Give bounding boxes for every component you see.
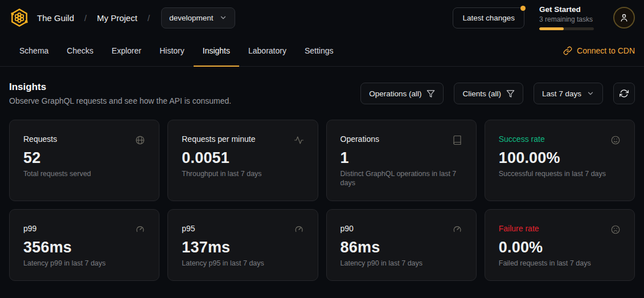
- stat-card-operations: Operations 1 Distinct GraphQL operations…: [326, 120, 477, 201]
- guild-hive-logo-icon[interactable]: [9, 7, 30, 28]
- operations-filter-label: Operations (all): [369, 89, 421, 98]
- frown-icon: [610, 224, 621, 235]
- card-value: 0.00%: [499, 239, 621, 256]
- get-started-progress-bar: [539, 27, 594, 30]
- card-subtitle: Latency p99 in last 7 days: [23, 259, 145, 268]
- tab-schema[interactable]: Schema: [10, 35, 58, 66]
- page-title: Insights: [9, 81, 231, 93]
- breadcrumb-separator: /: [147, 13, 150, 23]
- gauge-icon: [135, 224, 145, 235]
- smile-icon: [610, 135, 621, 145]
- card-title: p90: [341, 224, 354, 233]
- page-subtitle: Observe GraphQL requests and see how the…: [9, 96, 231, 105]
- environment-selector[interactable]: development: [161, 7, 235, 28]
- card-subtitle: Throughput in last 7 days: [182, 169, 303, 178]
- get-started-title: Get Started: [539, 5, 598, 14]
- card-subtitle: Total requests served: [23, 169, 145, 178]
- refresh-icon: [620, 89, 629, 98]
- refresh-button[interactable]: [613, 83, 635, 104]
- card-value: 86ms: [341, 239, 462, 256]
- stat-card-p99: p99 356ms Latency p99 in last 7 days: [9, 209, 159, 281]
- breadcrumb: The Guild / My Project /: [37, 13, 150, 23]
- insights-section: Insights Observe GraphQL requests and se…: [0, 67, 644, 281]
- stat-card-failure-rate: Failure rate 0.00% Failed requests in la…: [485, 209, 635, 281]
- connect-to-cdn-label: Connect to CDN: [577, 46, 635, 55]
- stat-card-requests: Requests 52 Total requests served: [9, 120, 159, 201]
- card-value: 52: [23, 149, 145, 167]
- card-value: 100.00%: [499, 149, 621, 167]
- get-started-progress-fill: [539, 27, 564, 30]
- clients-filter-button[interactable]: Clients (all): [454, 83, 523, 104]
- stat-card-p95: p95 137ms Latency p95 in last 7 days: [167, 209, 318, 281]
- gauge-icon: [294, 224, 304, 235]
- tab-insights[interactable]: Insights: [194, 35, 239, 66]
- stat-card-success-rate: Success rate 100.00% Successful requests…: [485, 120, 635, 201]
- chevron-down-icon: [219, 14, 227, 22]
- breadcrumb-project[interactable]: My Project: [97, 13, 137, 23]
- stats-card-grid: Requests 52 Total requests served Reques…: [9, 120, 635, 281]
- date-range-value: Last 7 days: [542, 89, 581, 98]
- tab-checks[interactable]: Checks: [58, 35, 102, 66]
- tab-settings[interactable]: Settings: [296, 35, 343, 66]
- card-title: Success rate: [499, 134, 545, 144]
- date-range-selector[interactable]: Last 7 days: [534, 83, 603, 104]
- card-title: Operations: [341, 134, 379, 144]
- card-subtitle: Latency p95 in last 7 days: [182, 259, 303, 268]
- stat-card-p90: p90 86ms Latency p90 in last 7 days: [326, 209, 477, 281]
- card-subtitle: Failed requests in last 7 days: [499, 259, 621, 268]
- activity-icon: [294, 135, 304, 145]
- card-value: 356ms: [23, 239, 145, 256]
- insights-heading-block: Insights Observe GraphQL requests and se…: [9, 81, 231, 105]
- user-icon: [619, 13, 629, 23]
- card-subtitle: Latency p90 in last 7 days: [341, 259, 462, 268]
- breadcrumb-org[interactable]: The Guild: [37, 13, 74, 23]
- card-title: Failure rate: [499, 224, 539, 233]
- environment-selector-value: development: [169, 14, 213, 22]
- card-value: 0.0051: [182, 149, 303, 167]
- filter-funnel-icon: [506, 89, 515, 98]
- card-subtitle: Successful requests in last 7 days: [499, 169, 621, 178]
- chevron-down-icon: [586, 89, 594, 97]
- breadcrumb-separator: /: [84, 13, 87, 23]
- stat-card-requests-per-minute: Requests per minute 0.0051 Throughput in…: [167, 120, 318, 201]
- gauge-icon: [452, 224, 462, 235]
- clients-filter-label: Clients (all): [462, 89, 501, 98]
- tab-laboratory[interactable]: Laboratory: [239, 35, 296, 66]
- card-value: 137ms: [182, 239, 303, 256]
- book-icon: [452, 135, 462, 145]
- get-started-remaining-tasks: 3 remaining tasks: [539, 15, 598, 23]
- card-title: Requests per minute: [182, 134, 255, 144]
- filters-toolbar: Operations (all) Clients (all) Last 7 da…: [360, 83, 635, 104]
- operations-filter-button[interactable]: Operations (all): [360, 83, 444, 104]
- latest-changes-button[interactable]: Latest changes: [453, 7, 524, 28]
- card-title: Requests: [23, 134, 57, 144]
- tab-history[interactable]: History: [150, 35, 194, 66]
- user-avatar[interactable]: [613, 7, 635, 28]
- card-title: p99: [23, 224, 36, 233]
- tab-explorer[interactable]: Explorer: [102, 35, 150, 66]
- latest-changes-label: Latest changes: [462, 14, 515, 22]
- project-nav-tabs: Schema Checks Explorer History Insights …: [0, 35, 644, 67]
- filter-funnel-icon: [426, 89, 435, 98]
- card-value: 1: [341, 149, 462, 167]
- card-title: p95: [182, 224, 195, 233]
- get-started-widget[interactable]: Get Started 3 remaining tasks: [539, 5, 598, 30]
- link-chain-icon: [563, 46, 572, 55]
- globe-icon: [135, 135, 145, 145]
- top-header: The Guild / My Project / development Lat…: [0, 0, 644, 35]
- card-subtitle: Distinct GraphQL operations in last 7 da…: [341, 169, 462, 188]
- connect-to-cdn-link[interactable]: Connect to CDN: [563, 35, 635, 66]
- notification-dot: [520, 6, 526, 11]
